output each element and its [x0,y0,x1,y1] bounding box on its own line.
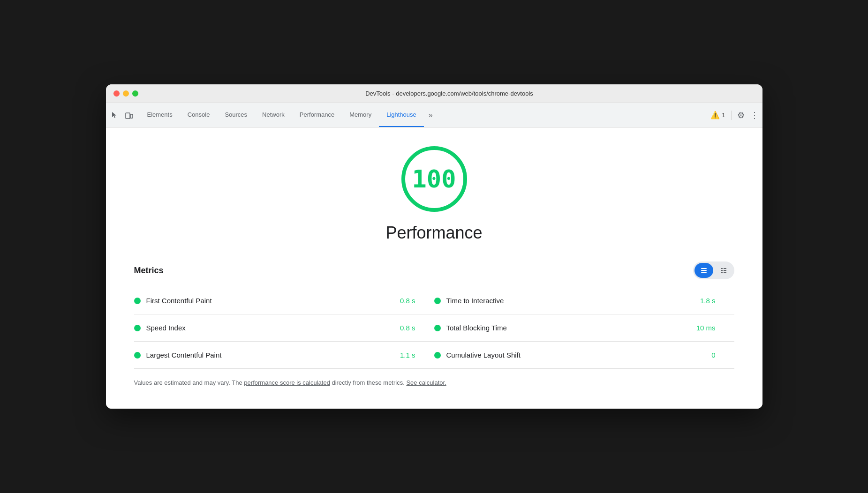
minimize-button[interactable] [123,90,129,97]
tab-memory[interactable]: Memory [342,103,379,127]
view-toggle [693,261,734,279]
score-container: 100 Performance [134,146,734,243]
window-title: DevTools - developers.google.com/web/too… [144,90,755,97]
svg-rect-7 [721,270,723,271]
panel-content: 100 Performance Metrics [106,127,762,409]
settings-icon[interactable]: ⚙ [737,110,745,120]
svg-rect-0 [126,113,130,119]
metric-dot-left-2 [134,352,141,359]
metrics-section: Metrics [134,261,734,388]
tab-console[interactable]: Console [180,103,218,127]
tab-performance[interactable]: Performance [292,103,342,127]
svg-rect-2 [701,268,707,269]
tab-sources[interactable]: Sources [217,103,255,127]
cursor-icon[interactable] [110,110,120,120]
metric-value-right-2: 0 [687,351,716,359]
metric-right-0: Time to Interactive [434,297,687,305]
metric-dot-left-1 [134,325,141,331]
svg-rect-6 [724,268,726,269]
device-toggle-icon[interactable] [124,110,134,120]
warning-badge[interactable]: ⚠️ 1 [710,111,725,120]
list-view-button[interactable] [714,263,733,278]
metric-dot-left-0 [134,298,141,304]
tab-network[interactable]: Network [255,103,292,127]
footer-note: Values are estimated and may vary. The p… [134,378,734,388]
metric-name-left-0: First Contentful Paint [146,297,212,305]
metric-name-right-1: Total Blocking Time [446,324,687,332]
traffic-lights [113,90,138,97]
metric-dot-right-2 [434,352,441,359]
devtools-toolbar: Elements Console Sources Network Perform… [106,103,762,127]
tab-elements[interactable]: Elements [140,103,180,127]
tab-lighthouse[interactable]: Lighthouse [379,103,424,127]
svg-rect-5 [721,268,723,269]
score-value: 100 [412,165,456,193]
toolbar-icons [110,110,134,120]
close-button[interactable] [113,90,120,97]
metric-value-right-0: 1.8 s [687,297,716,305]
metric-dot-right-0 [434,298,441,304]
metric-row-1: Speed Index 0.8 s Total Blocking Time 10… [134,314,734,342]
metric-dot-right-1 [434,325,441,331]
svg-rect-3 [701,270,707,271]
svg-rect-9 [721,272,723,273]
metric-name-right-2: Cumulative Layout Shift [446,351,687,359]
metric-right-2: Cumulative Layout Shift [434,351,687,359]
more-options-icon[interactable]: ⋮ [750,110,759,120]
metric-name-right-0: Time to Interactive [446,297,687,305]
tabs-list: Elements Console Sources Network Perform… [140,103,711,127]
metric-row-0: First Contentful Paint 0.8 s Time to Int… [134,287,734,314]
performance-score-link[interactable]: performance score is calculated [244,379,330,386]
metric-value-left-2: 1.1 s [387,351,415,359]
toolbar-actions: ⚠️ 1 ⚙ ⋮ [710,110,758,120]
metrics-title: Metrics [134,266,164,276]
lighthouse-panel: 100 Performance Metrics [106,127,762,406]
toolbar-divider [731,111,732,120]
metrics-header: Metrics [134,261,734,279]
metric-left-2: Largest Contentful Paint [134,351,387,359]
svg-rect-4 [701,272,707,273]
metric-right-1: Total Blocking Time [434,324,687,332]
maximize-button[interactable] [132,90,138,97]
devtools-window: DevTools - developers.google.com/web/too… [106,84,762,409]
warning-icon: ⚠️ [710,111,720,120]
calculator-link[interactable]: See calculator. [406,379,446,386]
svg-rect-8 [724,270,726,271]
metric-value-left-1: 0.8 s [387,324,415,332]
score-circle: 100 [401,146,467,212]
score-category: Performance [385,223,482,243]
table-view-button[interactable] [694,263,713,278]
metric-name-left-2: Largest Contentful Paint [146,351,222,359]
metric-left-1: Speed Index [134,324,387,332]
metric-name-left-1: Speed Index [146,324,186,332]
metric-left-0: First Contentful Paint [134,297,387,305]
tab-overflow-button[interactable]: » [424,103,438,127]
metrics-grid: First Contentful Paint 0.8 s Time to Int… [134,287,734,369]
metric-value-right-1: 10 ms [687,324,716,332]
metric-row-2: Largest Contentful Paint 1.1 s Cumulativ… [134,342,734,369]
title-bar: DevTools - developers.google.com/web/too… [106,84,762,103]
svg-rect-1 [130,114,133,118]
metric-value-left-0: 0.8 s [387,297,415,305]
svg-rect-10 [724,272,726,273]
